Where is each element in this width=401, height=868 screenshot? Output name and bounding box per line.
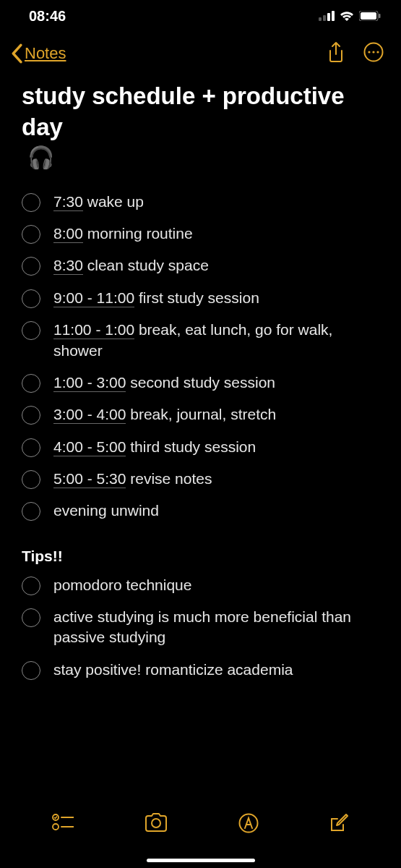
item-desc: break, journal, stretch [126, 406, 276, 422]
svg-point-13 [53, 824, 59, 830]
item-time: 8:30 [53, 257, 83, 275]
item-desc: pomodoro technique [53, 576, 191, 593]
checkbox-circle[interactable] [22, 576, 40, 595]
schedule-checklist: 7:30 wake up8:00 morning routine8:30 cle… [22, 186, 379, 527]
list-item: 1:00 - 3:00 second study session [22, 367, 379, 399]
svg-rect-1 [323, 15, 326, 21]
wifi-icon [339, 10, 355, 22]
item-desc: active studying is much more beneficial … [53, 608, 351, 645]
item-desc: wake up [83, 193, 144, 210]
camera-icon [144, 813, 168, 832]
item-desc: revise notes [126, 470, 212, 487]
svg-point-10 [376, 51, 379, 53]
camera-button[interactable] [144, 813, 168, 835]
item-text[interactable]: 11:00 - 1:00 break, eat lunch, go for wa… [53, 320, 379, 361]
checkbox-circle[interactable] [22, 257, 40, 276]
nav-bar: Notes [0, 32, 401, 75]
list-item: stay positive! romanticize academia [22, 654, 379, 686]
checkbox-circle[interactable] [22, 502, 40, 521]
headphones-emoji: 🎧 [27, 143, 54, 171]
item-time: 5:00 - 5:30 [53, 470, 126, 488]
item-text[interactable]: 9:00 - 11:00 first study session [53, 288, 379, 308]
checkbox-circle[interactable] [22, 470, 40, 489]
svg-rect-0 [319, 17, 322, 21]
item-time: 1:00 - 3:00 [53, 374, 126, 392]
checkbox-circle[interactable] [22, 374, 40, 393]
svg-rect-6 [379, 14, 381, 18]
cellular-icon [319, 11, 335, 21]
compose-button[interactable] [329, 813, 349, 836]
back-label: Notes [25, 44, 66, 63]
item-time: 11:00 - 1:00 [53, 321, 134, 339]
markup-icon [238, 813, 259, 833]
item-desc: evening unwind [53, 502, 159, 519]
share-button[interactable] [327, 41, 345, 66]
checkbox-circle[interactable] [22, 289, 40, 308]
checkbox-circle[interactable] [22, 225, 40, 244]
svg-rect-3 [332, 11, 335, 21]
item-text[interactable]: 3:00 - 4:00 break, journal, stretch [53, 404, 379, 425]
home-indicator[interactable] [147, 859, 255, 862]
ellipsis-circle-icon [363, 42, 384, 62]
markup-button[interactable] [238, 813, 259, 836]
item-desc: morning routine [83, 225, 193, 242]
checklist-icon [52, 813, 74, 832]
svg-rect-2 [327, 13, 330, 21]
svg-point-15 [152, 819, 160, 827]
more-button[interactable] [363, 42, 384, 65]
item-text[interactable]: evening unwind [53, 501, 379, 521]
item-time: 8:00 [53, 225, 83, 243]
checklist-button[interactable] [52, 813, 74, 835]
compose-icon [329, 813, 349, 833]
item-time: 4:00 - 5:00 [53, 438, 126, 456]
item-desc: clean study space [83, 257, 209, 273]
svg-rect-5 [361, 12, 376, 20]
list-item: 4:00 - 5:00 third study session [22, 431, 379, 463]
item-text[interactable]: 8:00 morning routine [53, 224, 379, 244]
list-item: 9:00 - 11:00 first study session [22, 282, 379, 314]
item-time: 9:00 - 11:00 [53, 289, 134, 307]
item-text[interactable]: pomodoro technique [53, 575, 379, 595]
item-time: 7:30 [53, 193, 83, 211]
status-icons [319, 10, 381, 22]
item-time: 3:00 - 4:00 [53, 406, 126, 424]
list-item: 8:30 clean study space [22, 250, 379, 281]
back-button[interactable]: Notes [10, 43, 66, 64]
note-content[interactable]: study schedule + productive day 🎧 7:30 w… [0, 75, 401, 686]
list-item: 5:00 - 5:30 revise notes [22, 463, 379, 495]
item-desc: first study session [134, 289, 259, 306]
checkbox-circle[interactable] [22, 193, 40, 212]
checkbox-circle[interactable] [22, 406, 40, 425]
status-bar: 08:46 [0, 0, 401, 32]
tips-heading: Tips!! [22, 548, 379, 565]
item-text[interactable]: 8:30 clean study space [53, 255, 379, 276]
list-item: 11:00 - 1:00 break, eat lunch, go for wa… [22, 314, 379, 367]
list-item: active studying is much more beneficial … [22, 601, 379, 654]
item-text[interactable]: 7:30 wake up [53, 192, 379, 212]
item-text[interactable]: 4:00 - 5:00 third study session [53, 437, 379, 457]
item-desc: third study session [126, 438, 256, 455]
item-text[interactable]: 1:00 - 3:00 second study session [53, 373, 379, 393]
battery-icon [359, 11, 381, 21]
svg-point-8 [368, 51, 370, 53]
note-title: study schedule + productive day 🎧 [22, 81, 379, 171]
share-icon [327, 41, 345, 63]
note-title-text: study schedule + productive day [22, 81, 379, 143]
list-item: 3:00 - 4:00 break, journal, stretch [22, 399, 379, 430]
chevron-left-icon [10, 43, 23, 64]
item-text[interactable]: 5:00 - 5:30 revise notes [53, 469, 379, 489]
item-text[interactable]: active studying is much more beneficial … [53, 607, 379, 648]
list-item: 8:00 morning routine [22, 218, 379, 250]
tips-checklist: pomodoro techniqueactive studying is muc… [22, 569, 379, 686]
list-item: pomodoro technique [22, 569, 379, 601]
item-desc: stay positive! romanticize academia [53, 661, 293, 678]
item-text[interactable]: stay positive! romanticize academia [53, 660, 379, 680]
checkbox-circle[interactable] [22, 661, 40, 680]
list-item: 7:30 wake up [22, 186, 379, 218]
checkbox-circle[interactable] [22, 438, 40, 457]
status-time: 08:46 [29, 8, 66, 25]
checkbox-circle[interactable] [22, 321, 40, 340]
svg-point-9 [372, 51, 374, 53]
checkbox-circle[interactable] [22, 608, 40, 627]
item-desc: second study session [126, 374, 275, 391]
